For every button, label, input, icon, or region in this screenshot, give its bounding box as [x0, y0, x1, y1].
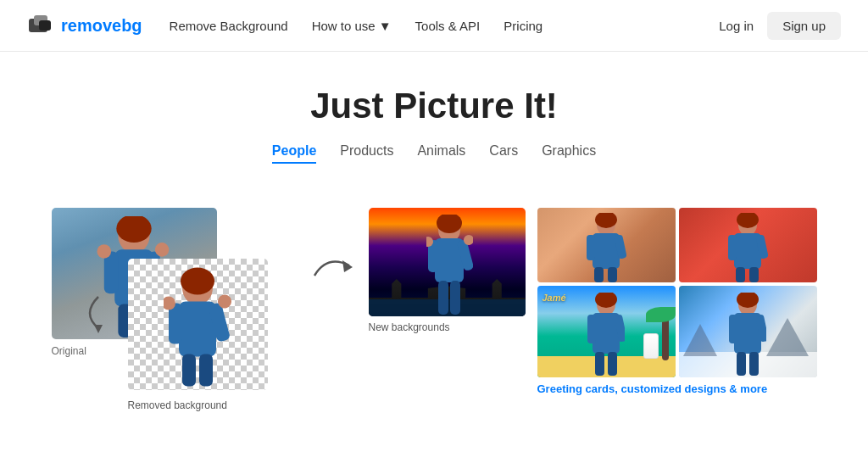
tab-people[interactable]: People — [272, 143, 316, 164]
nav-link-tools-api[interactable]: Tools & API — [415, 19, 481, 33]
tab-products[interactable]: Products — [340, 143, 393, 164]
before-images: Original Removed background — [52, 208, 298, 411]
svg-rect-52 — [608, 352, 617, 376]
svg-marker-21 — [94, 325, 103, 333]
svg-rect-59 — [749, 352, 759, 376]
signup-button[interactable]: Sign up — [767, 12, 841, 40]
svg-rect-51 — [595, 352, 604, 376]
svg-rect-56 — [729, 315, 737, 343]
new-bg-label: New backgrounds — [369, 321, 526, 333]
new-bg-image — [369, 208, 526, 316]
logo[interactable]: removebg — [27, 12, 142, 39]
svg-point-13 — [181, 268, 214, 295]
nav-link-remove-background[interactable]: Remove Background — [170, 19, 288, 33]
svg-rect-28 — [438, 281, 448, 315]
arrow-down-svg — [77, 293, 120, 335]
label-original: Original — [52, 345, 86, 357]
grid-image-3: Jamé — [537, 286, 676, 377]
svg-point-10 — [97, 244, 111, 259]
grid-image-4 — [679, 286, 817, 377]
person-removed-svg — [164, 267, 231, 390]
person-grid-1 — [586, 213, 626, 282]
svg-rect-38 — [608, 267, 617, 282]
svg-marker-22 — [342, 260, 353, 272]
person-grid-4 — [729, 293, 766, 377]
new-background-column: New backgrounds — [369, 208, 526, 333]
login-button[interactable]: Log in — [719, 19, 754, 33]
demo-section: Original Removed background — [10, 208, 858, 452]
grid-image-2 — [679, 208, 817, 282]
nav-link-pricing[interactable]: Pricing — [504, 19, 542, 33]
svg-rect-2 — [39, 20, 51, 31]
svg-rect-17 — [182, 354, 196, 387]
result-images: New backgrounds — [369, 208, 817, 395]
svg-rect-49 — [587, 315, 596, 343]
svg-rect-44 — [736, 267, 745, 282]
arrow-right-svg — [310, 250, 356, 286]
svg-rect-42 — [728, 235, 737, 260]
navbar: removebg Remove Background How to use ▼ … — [0, 0, 868, 52]
hero-title: Just Picture It! — [17, 86, 851, 126]
logo-icon — [27, 12, 54, 39]
arrow-right-container — [308, 250, 359, 286]
tab-cars[interactable]: Cars — [489, 143, 518, 164]
svg-rect-37 — [594, 267, 604, 282]
nav-actions: Log in Sign up — [719, 12, 841, 40]
nav-link-how-to-use[interactable]: How to use ▼ — [312, 19, 392, 33]
svg-rect-35 — [587, 235, 595, 260]
category-tabs: People Products Animals Cars Graphics — [17, 143, 851, 164]
tab-graphics[interactable]: Graphics — [542, 143, 596, 164]
logo-text: removebg — [61, 16, 142, 36]
grid-image-1 — [537, 208, 676, 282]
greeting-cards-label[interactable]: Greeting cards, customized designs & mor… — [537, 382, 817, 395]
svg-rect-18 — [199, 354, 213, 387]
background-grid: Jamé — [537, 208, 817, 395]
hero-section: Just Picture It! People Products Animals… — [0, 52, 868, 208]
chevron-down-icon: ▼ — [379, 19, 392, 33]
tab-animals[interactable]: Animals — [417, 143, 465, 164]
svg-rect-45 — [749, 267, 759, 282]
person-new-bg — [426, 215, 473, 316]
label-removed-bg: Removed background — [128, 399, 227, 411]
svg-rect-29 — [450, 281, 460, 315]
person-grid-2 — [727, 213, 768, 282]
person-grid-3 — [587, 293, 625, 377]
nav-links: Remove Background How to use ▼ Tools & A… — [170, 19, 720, 33]
removed-bg-image — [128, 259, 268, 390]
svg-rect-58 — [737, 352, 746, 376]
